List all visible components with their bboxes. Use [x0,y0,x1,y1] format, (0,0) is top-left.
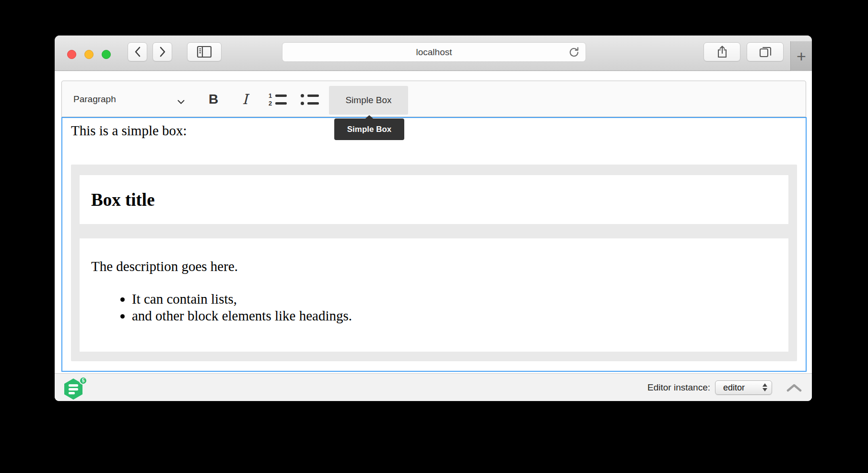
heading-dropdown-value: Paragraph [73,94,116,105]
reload-button[interactable] [568,46,581,59]
editor-instance-select[interactable]: editor [715,380,772,395]
simple-box-title[interactable]: Box title [91,189,155,210]
show-all-tabs-button[interactable] [747,42,784,61]
inspector-controls: Editor instance: editor [647,374,802,401]
chevron-up-icon [786,384,802,392]
simple-box-tooltip: Simple Box [334,118,404,140]
expand-inspector-button[interactable] [786,382,802,393]
bold-icon: B [209,92,218,107]
reload-icon [568,46,581,59]
chevron-left-icon [134,46,141,58]
italic-icon: I [242,91,247,107]
plus-icon: + [797,47,806,66]
editor-instance-label: Editor instance: [647,382,710,393]
numbered-list-icon: 1 2 [269,94,287,106]
inspector-bar: 5 Editor instance: editor [55,373,812,401]
browser-titlebar: localhost + [55,35,812,71]
editor-toolbar: Paragraph B I 1 2 Simple Box [61,81,806,117]
inspector-badge: 5 [79,377,87,385]
sidebar-icon [197,46,212,58]
simple-box-button-label: Simple Box [345,95,391,106]
simple-box-widget[interactable]: Box title The description goes here. It … [71,165,797,361]
bulleted-list-icon [301,94,319,106]
chevron-right-icon [159,46,166,58]
bulleted-list-button[interactable] [297,85,323,114]
safari-window: localhost + Paragraph B I [55,35,812,401]
bold-button[interactable]: B [204,85,223,114]
share-button[interactable] [704,42,740,61]
list-item[interactable]: It can contain lists, [132,291,777,307]
traffic-lights [67,50,111,59]
simple-box-description-section[interactable]: The description goes here. It can contai… [80,238,788,352]
heading-dropdown[interactable]: Paragraph [66,85,191,114]
inspector-logo-button[interactable]: 5 [64,377,87,400]
tooltip-text: Simple Box [347,125,392,134]
tabs-icon [759,46,772,58]
address-text: localhost [416,47,452,58]
chevron-down-icon [177,98,185,106]
intro-paragraph[interactable]: This is a simple box: [71,122,797,139]
zoom-window-button[interactable] [102,50,111,59]
back-button[interactable] [128,42,147,61]
italic-button[interactable]: I [235,85,255,114]
share-icon [716,45,728,59]
sidebar-toggle-button[interactable] [187,42,222,61]
forward-button[interactable] [152,42,172,61]
numbered-list-button[interactable]: 1 2 [265,85,291,114]
simple-box-list: It can contain lists, and other block el… [91,291,777,324]
editor-instance-value: editor [723,383,745,393]
minimize-window-button[interactable] [84,50,94,59]
editor-editable-area[interactable]: This is a simple box: Box title The desc… [61,117,807,372]
address-bar[interactable]: localhost [282,42,586,62]
list-item[interactable]: and other block elements like headings. [132,307,777,324]
simple-box-title-section[interactable]: Box title [80,175,788,224]
simple-box-button[interactable]: Simple Box [329,86,408,115]
close-window-button[interactable] [67,50,76,59]
simple-box-description[interactable]: The description goes here. [91,258,777,275]
new-tab-button[interactable]: + [790,41,812,71]
select-steppers-icon [762,383,767,391]
tooltip-caret [365,115,374,119]
